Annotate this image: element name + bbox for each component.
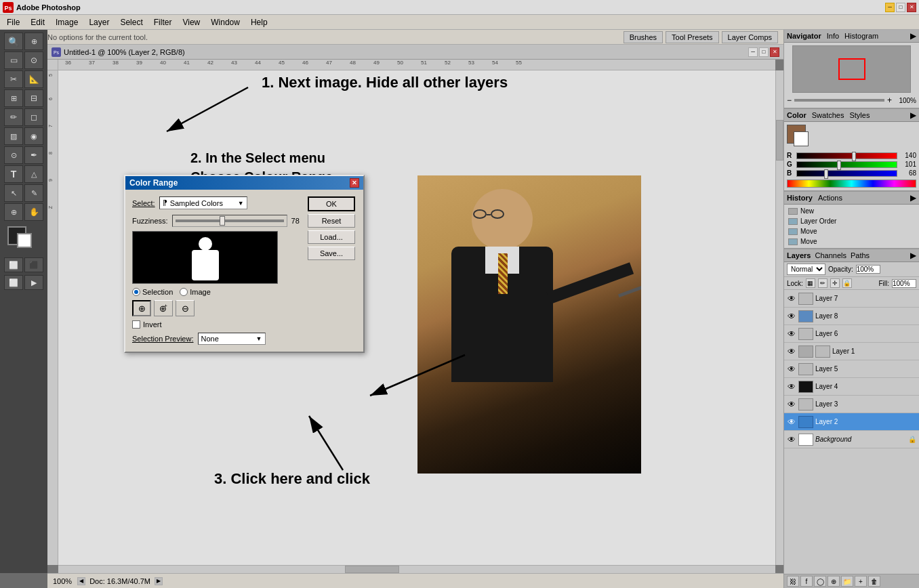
new-fill-layer-icon[interactable]: ⊕ — [828, 576, 840, 587]
histogram-tab[interactable]: Histogram — [844, 32, 878, 40]
history-item[interactable]: Move — [785, 226, 918, 236]
scrollbar-horizontal[interactable] — [58, 565, 775, 573]
status-scroll-right[interactable]: ▶ — [155, 577, 163, 585]
marquee-tool[interactable]: ▭ — [4, 51, 23, 69]
standard-mode[interactable]: ⬜ — [4, 257, 23, 272]
layer-item-4[interactable]: 👁 Layer 4 — [784, 378, 919, 396]
brush-tool[interactable]: ✏ — [4, 108, 23, 126]
gradient-tool[interactable]: ▨ — [4, 127, 23, 145]
layer-comps-panel-tab[interactable]: Layer Comps — [722, 31, 778, 43]
layer-eye-icon[interactable]: 👁 — [787, 417, 796, 427]
layer-item-1[interactable]: 👁 Layer 1 — [784, 343, 919, 360]
canvas-close[interactable]: ✕ — [770, 47, 779, 57]
history-item[interactable]: New — [785, 206, 918, 216]
paths-tab[interactable]: Paths — [851, 251, 870, 259]
clone-tool[interactable]: ⊟ — [24, 89, 43, 107]
quick-mask-mode[interactable]: ⬛ — [24, 257, 43, 272]
blend-mode-select[interactable]: Normal — [787, 264, 825, 275]
menu-layer[interactable]: Layer — [83, 16, 115, 28]
notes-tool[interactable]: ✎ — [24, 184, 43, 202]
heal-tool[interactable]: ⊞ — [4, 89, 23, 107]
reset-button[interactable]: Reset — [308, 214, 355, 228]
layer-eye-icon[interactable]: 👁 — [787, 435, 796, 444]
close-btn[interactable]: ✕ — [907, 3, 916, 12]
blur-tool[interactable]: ◉ — [24, 127, 43, 145]
background-color[interactable] — [17, 233, 32, 248]
zoom-in-icon[interactable]: + — [887, 96, 892, 105]
layer-item-background[interactable]: 👁 Background 🔒 — [784, 431, 919, 448]
history-item[interactable]: Layer Order — [785, 216, 918, 226]
dialog-close-icon[interactable]: ✕ — [350, 178, 359, 188]
menu-view[interactable]: View — [177, 16, 205, 28]
panel-menu-icon[interactable]: ▶ — [910, 31, 916, 41]
selection-radio[interactable]: Selection — [132, 288, 173, 296]
zoom-out-icon[interactable]: − — [787, 96, 792, 105]
color-panel-menu[interactable]: ▶ — [910, 110, 916, 120]
eyedropper-remove-button[interactable]: ⊕ + — [154, 300, 173, 316]
add-style-icon[interactable]: f — [800, 576, 813, 587]
select-dropdown[interactable]: ⁋ Sampled Colors ▼ — [159, 196, 247, 209]
image-radio[interactable]: Image — [180, 288, 211, 296]
eraser-tool[interactable]: ◻ — [24, 108, 43, 126]
add-mask-icon[interactable]: ◯ — [814, 576, 826, 587]
layer-link-icon[interactable]: ⛓ — [787, 576, 799, 587]
hand-tool[interactable]: ✋ — [24, 203, 43, 221]
screen-mode[interactable]: ⬜ — [4, 275, 23, 290]
layer-eye-icon[interactable]: 👁 — [787, 329, 796, 339]
menu-edit[interactable]: Edit — [25, 16, 50, 28]
layer-eye-icon[interactable]: 👁 — [787, 400, 796, 409]
layer-eye-icon[interactable]: 👁 — [787, 382, 796, 392]
canvas-minimize[interactable]: ─ — [748, 47, 758, 57]
layers-panel-menu[interactable]: ▶ — [910, 251, 916, 260]
color-tab[interactable]: Color — [787, 111, 806, 119]
history-item[interactable]: Move — [785, 236, 918, 247]
eyedropper-tool[interactable]: 🔍 — [4, 33, 23, 50]
text-tool[interactable]: T — [4, 165, 23, 183]
zoom-status[interactable]: 100% — [53, 577, 72, 585]
measure-tool[interactable]: 📐 — [24, 70, 43, 88]
menu-window[interactable]: Window — [205, 16, 245, 28]
layer-eye-icon[interactable]: 👁 — [787, 294, 796, 303]
history-panel-menu[interactable]: ▶ — [910, 193, 916, 203]
shape-tool[interactable]: △ — [24, 165, 43, 183]
pen-tool[interactable]: ✒ — [24, 146, 43, 164]
eyedropper-add-button[interactable]: ⊕ — [132, 300, 151, 316]
zoom-slider[interactable] — [794, 99, 884, 102]
layer-item-8[interactable]: 👁 Layer 8 — [784, 308, 919, 325]
history-tab[interactable]: History — [787, 194, 813, 202]
new-group-icon[interactable]: 📁 — [841, 576, 853, 587]
lock-transparent[interactable]: ▦ — [806, 278, 815, 288]
lasso-tool[interactable]: ⊙ — [24, 51, 43, 69]
tool-presets-panel-tab[interactable]: Tool Presets — [666, 31, 719, 43]
delete-layer-icon[interactable]: 🗑 — [868, 576, 880, 587]
b-slider-thumb[interactable] — [824, 169, 828, 179]
layer-eye-icon[interactable]: 👁 — [787, 312, 796, 321]
fuzziness-slider[interactable] — [172, 215, 287, 227]
layers-tab[interactable]: Layers — [787, 251, 811, 259]
navigator-tab[interactable]: Navigator — [787, 32, 821, 40]
eyedropper-subtract-button[interactable]: ⊖ — [176, 300, 195, 316]
color-picker-tool[interactable]: ⊕ — [24, 33, 43, 50]
lock-position[interactable]: ✛ — [830, 278, 840, 288]
menu-help[interactable]: Help — [245, 16, 273, 28]
layer-item-2[interactable]: 👁 Layer 2 — [784, 413, 919, 431]
dodge-tool[interactable]: ⊙ — [4, 146, 23, 164]
r-slider-thumb[interactable] — [852, 152, 856, 161]
menu-file[interactable]: File — [1, 16, 25, 28]
lock-image[interactable]: ✏ — [818, 278, 828, 288]
scrollbar-vertical[interactable] — [775, 70, 783, 565]
lock-all[interactable]: 🔒 — [842, 278, 852, 288]
actions-tab[interactable]: Actions — [818, 194, 842, 202]
menu-filter[interactable]: Filter — [148, 16, 178, 28]
fill-input[interactable] — [892, 279, 916, 288]
ok-button[interactable]: OK — [308, 196, 355, 211]
info-tab[interactable]: Info — [827, 32, 839, 40]
zoom-tool[interactable]: ⊕ — [4, 203, 23, 221]
background-color-swatch[interactable] — [794, 131, 809, 146]
maximize-btn[interactable]: □ — [896, 3, 905, 12]
opacity-input[interactable] — [856, 265, 880, 274]
new-layer-icon[interactable]: + — [855, 576, 867, 587]
layer-item-5[interactable]: 👁 Layer 5 — [784, 360, 919, 378]
selection-preview-dropdown[interactable]: None ▼ — [198, 333, 266, 345]
menu-image[interactable]: Image — [50, 16, 83, 28]
